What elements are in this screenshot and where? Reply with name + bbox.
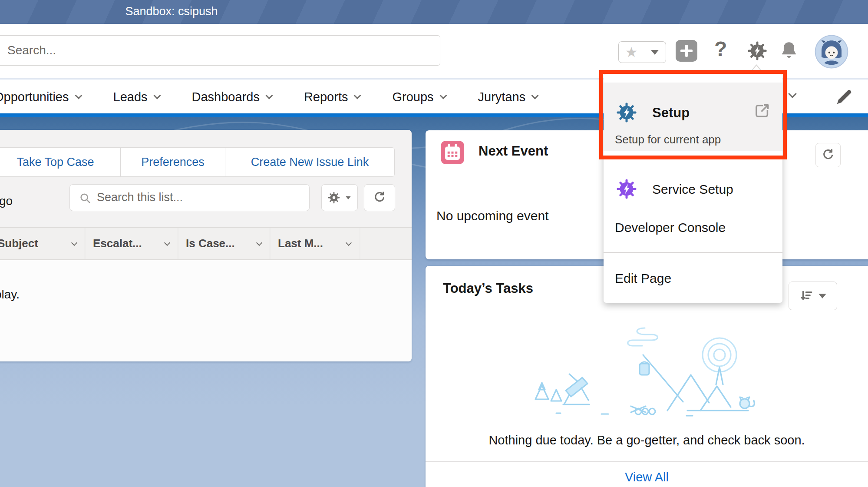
column-escalated[interactable]: Escalat... — [86, 228, 177, 259]
chevron-down-icon[interactable] — [346, 240, 352, 246]
help-icon[interactable]: ? — [714, 37, 727, 61]
service-setup-label: Service Setup — [652, 182, 733, 197]
chevron-down-icon[interactable] — [354, 92, 361, 99]
column-label: Last M... — [278, 237, 323, 250]
tab-label: Leads — [113, 90, 148, 104]
chevron-down-icon[interactable] — [164, 240, 170, 246]
chevron-down-icon[interactable] — [75, 92, 82, 99]
gear-icon — [327, 191, 340, 204]
column-label: Subject — [0, 237, 38, 250]
tab-dashboards[interactable]: Dashboards — [192, 90, 272, 104]
column-subject[interactable]: Subject — [0, 228, 84, 259]
nav-tabs: Opportunities Leads Dashboards Reports G… — [0, 80, 538, 114]
take-top-case-button[interactable]: Take Top Case — [0, 147, 121, 177]
user-avatar[interactable] — [815, 35, 848, 69]
view-all-link[interactable]: View All — [426, 470, 868, 484]
pencil-icon[interactable] — [835, 87, 854, 106]
external-link-icon — [753, 102, 771, 122]
menu-divider — [604, 252, 782, 253]
sandbox-banner-label: Sandbox: csipush — [0, 5, 343, 18]
list-refresh-button[interactable] — [364, 184, 395, 211]
list-meta-text-fragment: go — [0, 194, 13, 208]
global-search-input[interactable] — [0, 35, 440, 66]
camping-scene-illustration — [515, 325, 775, 424]
chevron-down-icon — [346, 196, 350, 199]
list-settings-button[interactable] — [321, 184, 358, 211]
column-is-case[interactable]: Is Case... — [179, 228, 269, 259]
chevron-down-icon — [651, 50, 659, 55]
menu-item-edit-page[interactable]: Edit Page — [615, 271, 671, 286]
tab-opportunities[interactable]: Opportunities — [0, 90, 81, 104]
column-label: Is Case... — [186, 237, 235, 250]
favorites-dropdown-button[interactable] — [644, 41, 666, 63]
nav-overflow-button[interactable] — [789, 91, 795, 99]
chevron-down-icon[interactable] — [265, 92, 273, 99]
chevron-down-icon — [788, 89, 797, 98]
tab-groups[interactable]: Groups — [392, 90, 446, 104]
refresh-icon — [373, 191, 386, 205]
tasks-empty-text: Nothing due today. Be a go-getter, and c… — [426, 433, 868, 447]
favorites-split-button[interactable]: ★ — [618, 41, 666, 63]
list-search-input[interactable] — [97, 185, 305, 210]
gear-bolt-blue-icon — [616, 102, 637, 125]
todays-tasks-title: Today’s Tasks — [443, 281, 533, 296]
gear-bolt-purple-icon — [616, 178, 637, 202]
star-icon[interactable]: ★ — [618, 41, 644, 63]
preferences-button[interactable]: Preferences — [121, 147, 225, 177]
chevron-down-icon[interactable] — [153, 92, 161, 99]
column-label: Escalat... — [93, 237, 142, 250]
tab-label: Reports — [304, 90, 348, 104]
setup-dropdown-menu: Setup Setup for current app — [604, 74, 782, 303]
chevron-down-icon[interactable] — [439, 92, 447, 99]
tab-label: Dashboards — [192, 90, 260, 104]
menu-item-setup[interactable]: Setup Setup for current app — [604, 83, 782, 151]
list-search-box — [69, 184, 310, 211]
next-event-empty-text: No upcoming event — [436, 209, 549, 223]
global-header: ★ ? — [0, 24, 868, 79]
setup-gear-icon[interactable] — [747, 40, 768, 61]
create-new-issue-link-button[interactable]: Create New Issue Link — [225, 147, 395, 177]
setup-description: Setup for current app — [615, 133, 721, 146]
tab-label: Groups — [392, 90, 433, 104]
case-table-body: splay. — [0, 260, 412, 361]
chevron-down-icon[interactable] — [71, 240, 77, 246]
tab-leads[interactable]: Leads — [113, 90, 160, 104]
case-list-panel: Take Top Case Preferences Create New Iss… — [0, 130, 412, 361]
tab-label: Opportunities — [0, 90, 69, 104]
chevron-down-icon[interactable] — [531, 92, 539, 99]
refresh-icon — [821, 148, 835, 162]
tasks-sort-button[interactable] — [789, 282, 837, 310]
next-event-refresh-button[interactable] — [815, 143, 841, 167]
column-actions — [360, 228, 412, 259]
chevron-down-icon[interactable] — [256, 240, 262, 246]
column-last-modified[interactable]: Last M... — [271, 228, 359, 259]
chevron-down-icon — [818, 294, 826, 298]
search-icon — [79, 192, 92, 205]
event-calendar-icon — [441, 141, 464, 164]
tab-reports[interactable]: Reports — [304, 90, 360, 104]
tab-jurytans[interactable]: Jurytans — [478, 90, 538, 104]
sandbox-banner: Sandbox: csipush — [0, 0, 868, 24]
plus-icon[interactable] — [676, 40, 697, 62]
list-action-buttons: Take Top Case Preferences Create New Iss… — [0, 147, 395, 177]
tab-label: Jurytans — [478, 90, 526, 104]
next-event-title: Next Event — [479, 143, 548, 159]
empty-list-text-fragment: splay. — [0, 288, 20, 301]
setup-label: Setup — [652, 105, 690, 121]
bell-icon[interactable] — [779, 40, 800, 61]
sort-descending-icon — [800, 288, 815, 303]
divider — [426, 461, 868, 462]
case-table-header: Subject Escalat... Is Case... Last M... — [0, 227, 412, 260]
menu-item-developer-console[interactable]: Developer Console — [615, 220, 726, 235]
